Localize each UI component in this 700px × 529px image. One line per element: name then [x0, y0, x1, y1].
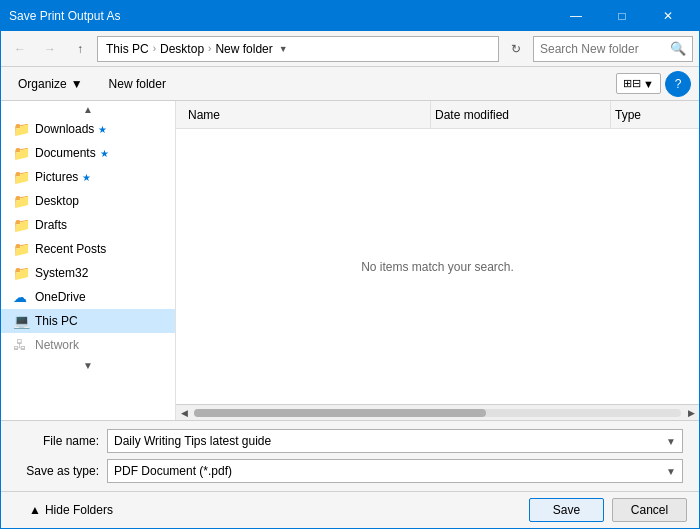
refresh-button[interactable]: ↻: [503, 36, 529, 62]
sidebar-item-system32[interactable]: 📁 System32: [1, 261, 175, 285]
view-chevron: ▼: [643, 78, 654, 90]
content-area: Name Date modified Type No items match y…: [176, 101, 699, 420]
save-button[interactable]: Save: [529, 498, 604, 522]
help-button[interactable]: ?: [665, 71, 691, 97]
main-area: ▲ 📁 Downloads ★ 📁 Documents ★ 📁 Pictures…: [1, 101, 699, 420]
folder-icon: 📁: [13, 241, 29, 257]
view-icon: ⊞⊟: [623, 77, 641, 90]
cancel-button[interactable]: Cancel: [612, 498, 687, 522]
sidebar-item-desktop[interactable]: 📁 Desktop: [1, 189, 175, 213]
breadcrumb-sep2: ›: [208, 43, 211, 54]
sidebar-item-label: OneDrive: [35, 290, 86, 304]
filename-label: File name:: [17, 434, 107, 448]
organize-button[interactable]: Organize ▼: [9, 73, 92, 95]
sidebar-item-label: Recent Posts: [35, 242, 106, 256]
search-bar[interactable]: 🔍: [533, 36, 693, 62]
sidebar-item-pictures[interactable]: 📁 Pictures ★: [1, 165, 175, 189]
savetype-row: Save as type: PDF Document (*.pdf) ▼: [17, 459, 683, 483]
content-body: No items match your search.: [176, 129, 699, 404]
horizontal-scrollbar[interactable]: ◀ ▶: [176, 404, 699, 420]
network-icon: 🖧: [13, 337, 29, 353]
toolbar-right: ⊞⊟ ▼ ?: [616, 71, 691, 97]
breadcrumb-desktop: Desktop: [160, 42, 204, 56]
titlebar: Save Print Output As — □ ✕: [1, 1, 699, 31]
sidebar-item-label: System32: [35, 266, 88, 280]
sidebar-item-network[interactable]: 🖧 Network: [1, 333, 175, 357]
actions-bar: ▲ Hide Folders Save Cancel: [1, 491, 699, 528]
organize-chevron: ▼: [71, 77, 83, 91]
sidebar-item-downloads[interactable]: 📁 Downloads ★: [1, 117, 175, 141]
folder-icon: 📁: [13, 121, 29, 137]
window-controls: — □ ✕: [553, 1, 691, 31]
empty-message: No items match your search.: [361, 260, 514, 274]
forward-button[interactable]: →: [37, 36, 63, 62]
breadcrumb-sep1: ›: [153, 43, 156, 54]
new-folder-label: New folder: [109, 77, 166, 91]
folder-icon: 📁: [13, 169, 29, 185]
sidebar-item-label: Drafts: [35, 218, 67, 232]
filename-value: Daily Writing Tips latest guide: [114, 434, 666, 448]
folder-icon: 📁: [13, 193, 29, 209]
close-button[interactable]: ✕: [645, 1, 691, 31]
sidebar-item-label: Network: [35, 338, 79, 352]
hscroll-left[interactable]: ◀: [176, 405, 192, 421]
hide-folders-chevron: ▲: [29, 503, 41, 517]
new-folder-button[interactable]: New folder: [100, 73, 175, 95]
folder-icon: 📁: [13, 145, 29, 161]
breadcrumb[interactable]: This PC › Desktop › New folder ▼: [97, 36, 499, 62]
hide-folders-label: Hide Folders: [45, 503, 113, 517]
breadcrumb-chevron: ▼: [279, 44, 288, 54]
sidebar-item-drafts[interactable]: 📁 Drafts: [1, 213, 175, 237]
pin-icon: ★: [100, 148, 109, 159]
col-header-type[interactable]: Type: [611, 101, 691, 128]
organize-label: Organize: [18, 77, 67, 91]
search-icon[interactable]: 🔍: [670, 41, 686, 56]
column-headers: Name Date modified Type: [176, 101, 699, 129]
sidebar-item-label: This PC: [35, 314, 78, 328]
hscroll-right[interactable]: ▶: [683, 405, 699, 421]
save-dialog-window: Save Print Output As — □ ✕ ← → ↑ This PC…: [0, 0, 700, 529]
bottom-form: File name: Daily Writing Tips latest gui…: [1, 420, 699, 491]
search-input[interactable]: [540, 42, 666, 56]
toolbar: Organize ▼ New folder ⊞⊟ ▼ ?: [1, 67, 699, 101]
sidebar-item-label: Documents: [35, 146, 96, 160]
pin-icon: ★: [82, 172, 91, 183]
filename-row: File name: Daily Writing Tips latest gui…: [17, 429, 683, 453]
savetype-input[interactable]: PDF Document (*.pdf) ▼: [107, 459, 683, 483]
sidebar-scroll-up[interactable]: ▲: [1, 101, 175, 117]
breadcrumb-newfolder: New folder: [215, 42, 272, 56]
filename-input[interactable]: Daily Writing Tips latest guide ▼: [107, 429, 683, 453]
folder-icon: 📁: [13, 217, 29, 233]
sidebar-item-documents[interactable]: 📁 Documents ★: [1, 141, 175, 165]
savetype-label: Save as type:: [17, 464, 107, 478]
sidebar-item-label: Pictures: [35, 170, 78, 184]
addressbar: ← → ↑ This PC › Desktop › New folder ▼ ↻…: [1, 31, 699, 67]
sidebar-item-label: Downloads: [35, 122, 94, 136]
sidebar-item-label: Desktop: [35, 194, 79, 208]
onedrive-icon: ☁: [13, 289, 29, 305]
savetype-dropdown-arrow: ▼: [666, 466, 676, 477]
sidebar: ▲ 📁 Downloads ★ 📁 Documents ★ 📁 Pictures…: [1, 101, 176, 420]
col-header-name[interactable]: Name: [184, 101, 431, 128]
maximize-button[interactable]: □: [599, 1, 645, 31]
sidebar-item-this-pc[interactable]: 💻 This PC: [1, 309, 175, 333]
folder-icon: 📁: [13, 265, 29, 281]
pin-icon: ★: [98, 124, 107, 135]
breadcrumb-thispc: This PC: [106, 42, 149, 56]
hide-folders-button[interactable]: ▲ Hide Folders: [13, 499, 129, 521]
window-title: Save Print Output As: [9, 9, 120, 23]
sidebar-item-onedrive[interactable]: ☁ OneDrive: [1, 285, 175, 309]
computer-icon: 💻: [13, 313, 29, 329]
col-header-date[interactable]: Date modified: [431, 101, 611, 128]
sidebar-scroll-down[interactable]: ▼: [1, 357, 175, 373]
back-button[interactable]: ←: [7, 36, 33, 62]
view-button[interactable]: ⊞⊟ ▼: [616, 73, 661, 94]
hscroll-track: [194, 409, 681, 417]
savetype-value: PDF Document (*.pdf): [114, 464, 666, 478]
hscroll-thumb[interactable]: [194, 409, 486, 417]
sidebar-item-recent-posts[interactable]: 📁 Recent Posts: [1, 237, 175, 261]
up-button[interactable]: ↑: [67, 36, 93, 62]
filename-dropdown-arrow: ▼: [666, 436, 676, 447]
minimize-button[interactable]: —: [553, 1, 599, 31]
